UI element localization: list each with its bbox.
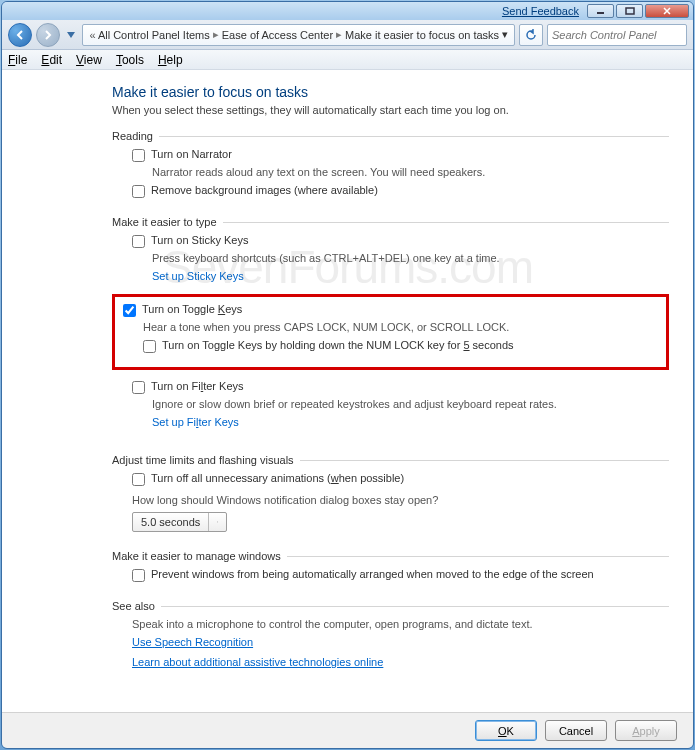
desc-toggle: Hear a tone when you press CAPS LOCK, NU… bbox=[143, 321, 658, 333]
checkbox-prevent-arrange[interactable] bbox=[132, 569, 145, 582]
ok-button[interactable]: OK bbox=[475, 720, 537, 741]
menu-edit[interactable]: Edit bbox=[41, 53, 62, 67]
svg-rect-0 bbox=[597, 12, 604, 14]
opt-toggle[interactable]: Turn on Toggle Keys bbox=[123, 303, 658, 317]
chevron-left-icon[interactable]: « bbox=[87, 29, 98, 41]
send-feedback-link[interactable]: Send Feedback bbox=[502, 5, 579, 17]
page-title: Make it easier to focus on tasks bbox=[112, 84, 669, 100]
desc-sticky: Press keyboard shortcuts (such as CTRL+A… bbox=[152, 252, 669, 264]
checkbox-animations[interactable] bbox=[132, 473, 145, 486]
label-toggle-hold: Turn on Toggle Keys by holding down the … bbox=[162, 339, 514, 351]
svg-rect-1 bbox=[626, 8, 634, 14]
label-prevent-arrange: Prevent windows from being automatically… bbox=[151, 568, 594, 580]
dropdown-arrow-icon[interactable] bbox=[208, 513, 226, 531]
section-typing: Make it easier to type bbox=[112, 216, 217, 228]
forward-button[interactable] bbox=[36, 23, 60, 47]
desc-seealso: Speak into a microphone to control the c… bbox=[132, 618, 669, 630]
checkbox-toggle-hold[interactable] bbox=[143, 340, 156, 353]
menubar: File Edit View Tools Help bbox=[2, 50, 693, 70]
breadcrumb-focus[interactable]: Make it easier to focus on tasks bbox=[345, 29, 499, 41]
menu-tools[interactable]: Tools bbox=[116, 53, 144, 67]
search-box[interactable] bbox=[547, 24, 687, 46]
menu-file[interactable]: File bbox=[8, 53, 27, 67]
address-bar[interactable]: « All Control Panel Items ▸ Ease of Acce… bbox=[82, 24, 515, 46]
section-seealso: See also bbox=[112, 600, 155, 612]
minimize-button[interactable] bbox=[587, 4, 614, 18]
refresh-button[interactable] bbox=[519, 24, 543, 46]
link-sticky-setup[interactable]: Set up Sticky Keys bbox=[152, 270, 244, 282]
menu-view[interactable]: View bbox=[76, 53, 102, 67]
opt-animations[interactable]: Turn off all unnecessary animations (whe… bbox=[132, 472, 669, 486]
nav-history-dropdown[interactable] bbox=[64, 26, 78, 44]
opt-removebg[interactable]: Remove background images (where availabl… bbox=[132, 184, 669, 198]
address-dropdown-icon[interactable]: ▾ bbox=[499, 28, 510, 41]
content-area: SevenForums.com Make it easier to focus … bbox=[2, 70, 693, 712]
label-narrator: Turn on Narrator bbox=[151, 148, 232, 160]
nav-row: « All Control Panel Items ▸ Ease of Acce… bbox=[2, 20, 693, 50]
breadcrumb-sep: ▸ bbox=[213, 28, 219, 41]
maximize-button[interactable] bbox=[616, 4, 643, 18]
checkbox-sticky[interactable] bbox=[132, 235, 145, 248]
back-button[interactable] bbox=[8, 23, 32, 47]
opt-toggle-hold[interactable]: Turn on Toggle Keys by holding down the … bbox=[143, 339, 658, 353]
link-filter-setup[interactable]: Set up Filter Keys bbox=[152, 416, 239, 428]
checkbox-removebg[interactable] bbox=[132, 185, 145, 198]
desc-narrator: Narrator reads aloud any text on the scr… bbox=[152, 166, 669, 178]
link-speech[interactable]: Use Speech Recognition bbox=[132, 636, 669, 648]
footer: OK Cancel Apply bbox=[2, 712, 693, 748]
select-duration[interactable]: 5.0 seconds bbox=[132, 512, 227, 532]
apply-button: Apply bbox=[615, 720, 677, 741]
label-animations: Turn off all unnecessary animations (whe… bbox=[151, 472, 404, 484]
checkbox-narrator[interactable] bbox=[132, 149, 145, 162]
label-toggle: Turn on Toggle Keys bbox=[142, 303, 242, 315]
search-input[interactable] bbox=[552, 29, 691, 41]
highlight-toggle-keys: Turn on Toggle Keys Hear a tone when you… bbox=[112, 294, 669, 370]
titlebar: Send Feedback bbox=[2, 2, 693, 20]
checkbox-filter[interactable] bbox=[132, 381, 145, 394]
section-reading: Reading bbox=[112, 130, 153, 142]
label-filter: Turn on Filter Keys bbox=[151, 380, 244, 392]
close-button[interactable] bbox=[645, 4, 689, 18]
desc-filter: Ignore or slow down brief or repeated ke… bbox=[152, 398, 669, 410]
label-removebg: Remove background images (where availabl… bbox=[151, 184, 378, 196]
section-windows: Make it easier to manage windows bbox=[112, 550, 281, 562]
breadcrumb-all[interactable]: All Control Panel Items bbox=[98, 29, 210, 41]
breadcrumb-ease[interactable]: Ease of Access Center bbox=[222, 29, 333, 41]
link-learn[interactable]: Learn about additional assistive technol… bbox=[132, 656, 669, 668]
label-sticky: Turn on Sticky Keys bbox=[151, 234, 248, 246]
section-visuals: Adjust time limits and flashing visuals bbox=[112, 454, 294, 466]
opt-filter[interactable]: Turn on Filter Keys bbox=[132, 380, 669, 394]
select-duration-value: 5.0 seconds bbox=[133, 516, 208, 528]
opt-sticky[interactable]: Turn on Sticky Keys bbox=[132, 234, 669, 248]
checkbox-toggle[interactable] bbox=[123, 304, 136, 317]
page-subtitle: When you select these settings, they wil… bbox=[112, 104, 669, 116]
opt-narrator[interactable]: Turn on Narrator bbox=[132, 148, 669, 162]
label-howlong: How long should Windows notification dia… bbox=[132, 494, 669, 506]
opt-prevent-arrange[interactable]: Prevent windows from being automatically… bbox=[132, 568, 669, 582]
cancel-button[interactable]: Cancel bbox=[545, 720, 607, 741]
breadcrumb-sep: ▸ bbox=[336, 28, 342, 41]
menu-help[interactable]: Help bbox=[158, 53, 183, 67]
